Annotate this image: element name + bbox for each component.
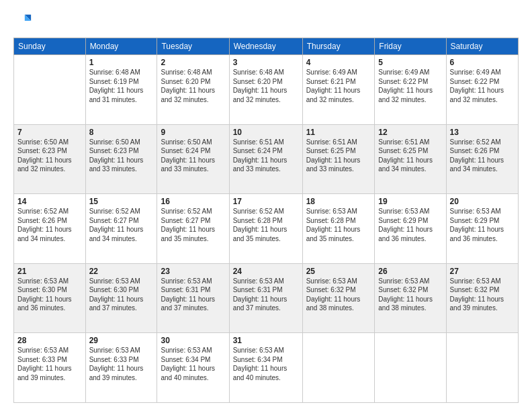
calendar-cell: 11Sunrise: 6:51 AMSunset: 6:25 PMDayligh… bbox=[302, 124, 375, 194]
column-header-friday: Friday bbox=[375, 38, 446, 55]
calendar-cell: 3Sunrise: 6:48 AMSunset: 6:20 PMDaylight… bbox=[229, 55, 302, 125]
calendar-cell: 16Sunrise: 6:52 AMSunset: 6:27 PMDayligh… bbox=[157, 194, 229, 264]
calendar-cell: 14Sunrise: 6:52 AMSunset: 6:26 PMDayligh… bbox=[14, 194, 86, 264]
day-info: Sunrise: 6:53 AMSunset: 6:33 PMDaylight:… bbox=[89, 346, 154, 382]
calendar-cell: 23Sunrise: 6:53 AMSunset: 6:31 PMDayligh… bbox=[157, 263, 229, 333]
day-number: 29 bbox=[89, 336, 154, 345]
column-header-wednesday: Wednesday bbox=[229, 38, 302, 55]
day-number: 21 bbox=[17, 267, 82, 276]
day-info: Sunrise: 6:53 AMSunset: 6:30 PMDaylight:… bbox=[89, 277, 154, 313]
day-info: Sunrise: 6:50 AMSunset: 6:24 PMDaylight:… bbox=[161, 138, 225, 174]
day-number: 22 bbox=[89, 267, 154, 276]
day-info: Sunrise: 6:53 AMSunset: 6:31 PMDaylight:… bbox=[161, 277, 225, 313]
day-info: Sunrise: 6:48 AMSunset: 6:19 PMDaylight:… bbox=[89, 68, 154, 104]
calendar-cell bbox=[14, 55, 86, 125]
calendar-cell: 2Sunrise: 6:48 AMSunset: 6:20 PMDaylight… bbox=[157, 55, 229, 125]
calendar-cell: 10Sunrise: 6:51 AMSunset: 6:24 PMDayligh… bbox=[229, 124, 302, 194]
calendar-cell: 20Sunrise: 6:53 AMSunset: 6:29 PMDayligh… bbox=[446, 194, 518, 264]
day-number: 12 bbox=[378, 128, 442, 137]
calendar-table: SundayMondayTuesdayWednesdayThursdayFrid… bbox=[13, 38, 519, 403]
calendar-cell: 4Sunrise: 6:49 AMSunset: 6:21 PMDaylight… bbox=[302, 55, 375, 125]
calendar-cell: 5Sunrise: 6:49 AMSunset: 6:22 PMDaylight… bbox=[375, 55, 446, 125]
calendar-cell: 7Sunrise: 6:50 AMSunset: 6:23 PMDaylight… bbox=[14, 124, 86, 194]
day-number: 30 bbox=[161, 336, 225, 345]
day-number: 3 bbox=[233, 58, 299, 67]
day-info: Sunrise: 6:53 AMSunset: 6:31 PMDaylight:… bbox=[233, 277, 299, 313]
calendar-cell: 8Sunrise: 6:50 AMSunset: 6:23 PMDaylight… bbox=[85, 124, 157, 194]
day-number: 24 bbox=[233, 267, 299, 276]
day-info: Sunrise: 6:49 AMSunset: 6:22 PMDaylight:… bbox=[450, 68, 515, 104]
day-info: Sunrise: 6:53 AMSunset: 6:28 PMDaylight:… bbox=[306, 207, 371, 243]
day-info: Sunrise: 6:52 AMSunset: 6:27 PMDaylight:… bbox=[89, 207, 154, 243]
column-header-saturday: Saturday bbox=[446, 38, 518, 55]
day-number: 4 bbox=[306, 58, 371, 67]
day-info: Sunrise: 6:51 AMSunset: 6:24 PMDaylight:… bbox=[233, 138, 299, 174]
calendar-cell: 13Sunrise: 6:52 AMSunset: 6:26 PMDayligh… bbox=[446, 124, 518, 194]
day-info: Sunrise: 6:51 AMSunset: 6:25 PMDaylight:… bbox=[306, 138, 371, 174]
logo-icon bbox=[13, 12, 32, 31]
calendar-cell: 30Sunrise: 6:53 AMSunset: 6:34 PMDayligh… bbox=[157, 333, 229, 403]
day-info: Sunrise: 6:48 AMSunset: 6:20 PMDaylight:… bbox=[233, 68, 299, 104]
day-number: 25 bbox=[306, 267, 371, 276]
calendar-cell: 22Sunrise: 6:53 AMSunset: 6:30 PMDayligh… bbox=[85, 263, 157, 333]
column-header-thursday: Thursday bbox=[302, 38, 375, 55]
day-info: Sunrise: 6:53 AMSunset: 6:34 PMDaylight:… bbox=[161, 346, 225, 382]
calendar-cell: 1Sunrise: 6:48 AMSunset: 6:19 PMDaylight… bbox=[85, 55, 157, 125]
day-info: Sunrise: 6:53 AMSunset: 6:32 PMDaylight:… bbox=[378, 277, 442, 313]
day-info: Sunrise: 6:49 AMSunset: 6:22 PMDaylight:… bbox=[378, 68, 442, 104]
day-number: 14 bbox=[17, 197, 82, 206]
calendar-week-row: 7Sunrise: 6:50 AMSunset: 6:23 PMDaylight… bbox=[14, 124, 519, 194]
calendar-cell: 25Sunrise: 6:53 AMSunset: 6:32 PMDayligh… bbox=[302, 263, 375, 333]
day-info: Sunrise: 6:52 AMSunset: 6:26 PMDaylight:… bbox=[450, 138, 515, 174]
day-info: Sunrise: 6:48 AMSunset: 6:20 PMDaylight:… bbox=[161, 68, 225, 104]
day-info: Sunrise: 6:53 AMSunset: 6:32 PMDaylight:… bbox=[450, 277, 515, 313]
day-number: 6 bbox=[450, 58, 515, 67]
day-info: Sunrise: 6:53 AMSunset: 6:30 PMDaylight:… bbox=[17, 277, 82, 313]
calendar-cell: 21Sunrise: 6:53 AMSunset: 6:30 PMDayligh… bbox=[14, 263, 86, 333]
calendar-cell: 24Sunrise: 6:53 AMSunset: 6:31 PMDayligh… bbox=[229, 263, 302, 333]
day-number: 13 bbox=[450, 128, 515, 137]
day-number: 9 bbox=[161, 128, 225, 137]
day-info: Sunrise: 6:49 AMSunset: 6:21 PMDaylight:… bbox=[306, 68, 371, 104]
day-info: Sunrise: 6:50 AMSunset: 6:23 PMDaylight:… bbox=[17, 138, 82, 174]
day-number: 18 bbox=[306, 197, 371, 206]
calendar-cell bbox=[302, 333, 375, 403]
day-number: 20 bbox=[450, 197, 515, 206]
day-info: Sunrise: 6:53 AMSunset: 6:34 PMDaylight:… bbox=[233, 346, 299, 382]
calendar-week-row: 14Sunrise: 6:52 AMSunset: 6:26 PMDayligh… bbox=[14, 194, 519, 264]
logo bbox=[13, 12, 35, 31]
day-number: 1 bbox=[89, 58, 154, 67]
column-header-monday: Monday bbox=[85, 38, 157, 55]
calendar-cell: 27Sunrise: 6:53 AMSunset: 6:32 PMDayligh… bbox=[446, 263, 518, 333]
day-number: 15 bbox=[89, 197, 154, 206]
day-number: 27 bbox=[450, 267, 515, 276]
header bbox=[13, 12, 519, 31]
day-info: Sunrise: 6:52 AMSunset: 6:27 PMDaylight:… bbox=[161, 207, 225, 243]
day-number: 11 bbox=[306, 128, 371, 137]
calendar-cell: 28Sunrise: 6:53 AMSunset: 6:33 PMDayligh… bbox=[14, 333, 86, 403]
day-number: 28 bbox=[17, 336, 82, 345]
calendar-cell: 29Sunrise: 6:53 AMSunset: 6:33 PMDayligh… bbox=[85, 333, 157, 403]
calendar-cell: 19Sunrise: 6:53 AMSunset: 6:29 PMDayligh… bbox=[375, 194, 446, 264]
day-info: Sunrise: 6:53 AMSunset: 6:32 PMDaylight:… bbox=[306, 277, 371, 313]
calendar-cell: 9Sunrise: 6:50 AMSunset: 6:24 PMDaylight… bbox=[157, 124, 229, 194]
day-number: 19 bbox=[378, 197, 442, 206]
page: SundayMondayTuesdayWednesdayThursdayFrid… bbox=[0, 0, 532, 411]
calendar-cell bbox=[446, 333, 518, 403]
day-number: 7 bbox=[17, 128, 82, 137]
day-info: Sunrise: 6:53 AMSunset: 6:29 PMDaylight:… bbox=[450, 207, 515, 243]
calendar-cell bbox=[375, 333, 446, 403]
calendar-cell: 6Sunrise: 6:49 AMSunset: 6:22 PMDaylight… bbox=[446, 55, 518, 125]
day-info: Sunrise: 6:50 AMSunset: 6:23 PMDaylight:… bbox=[89, 138, 154, 174]
calendar-cell: 12Sunrise: 6:51 AMSunset: 6:25 PMDayligh… bbox=[375, 124, 446, 194]
calendar-cell: 17Sunrise: 6:52 AMSunset: 6:28 PMDayligh… bbox=[229, 194, 302, 264]
day-info: Sunrise: 6:52 AMSunset: 6:26 PMDaylight:… bbox=[17, 207, 82, 243]
day-info: Sunrise: 6:53 AMSunset: 6:33 PMDaylight:… bbox=[17, 346, 82, 382]
day-info: Sunrise: 6:51 AMSunset: 6:25 PMDaylight:… bbox=[378, 138, 442, 174]
day-number: 2 bbox=[161, 58, 225, 67]
calendar-cell: 18Sunrise: 6:53 AMSunset: 6:28 PMDayligh… bbox=[302, 194, 375, 264]
day-info: Sunrise: 6:53 AMSunset: 6:29 PMDaylight:… bbox=[378, 207, 442, 243]
day-number: 16 bbox=[161, 197, 225, 206]
day-number: 23 bbox=[161, 267, 225, 276]
calendar-week-row: 28Sunrise: 6:53 AMSunset: 6:33 PMDayligh… bbox=[14, 333, 519, 403]
